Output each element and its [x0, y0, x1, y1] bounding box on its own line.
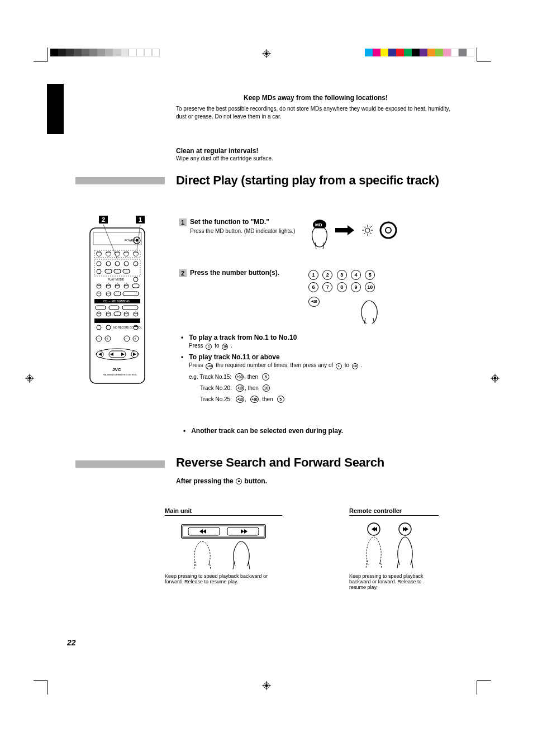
svg-rect-31 — [134, 253, 138, 253]
svg-text:CD → MD DUBBING: CD → MD DUBBING — [103, 299, 130, 303]
svg-rect-47 — [106, 285, 111, 286]
main-unit-label: Main unit — [165, 507, 282, 516]
svg-line-135 — [366, 560, 367, 568]
svg-text:+: + — [106, 337, 108, 341]
svg-marker-103 — [335, 225, 354, 235]
remote-body: Keep pressing to speed playback backward… — [349, 573, 439, 590]
svg-rect-63 — [122, 306, 138, 310]
svg-point-74 — [97, 325, 101, 330]
grayscale-bar — [50, 49, 160, 56]
bullet-2-sub: Press +10 the required number of times, … — [189, 362, 464, 370]
crop-mark — [477, 61, 491, 62]
number-buttons-row-2: 6 7 8 9 10 — [307, 281, 464, 293]
press-finger-icon — [354, 296, 388, 324]
svg-point-77 — [134, 325, 138, 330]
svg-point-20 — [136, 239, 139, 241]
callout-1: 1 — [136, 216, 145, 224]
svg-point-75 — [106, 325, 111, 330]
registration-mark-icon — [262, 681, 271, 690]
example-15: e.g. Track No.15: +10 , then 5 — [189, 373, 464, 381]
bullet-dot-icon: • — [181, 334, 183, 341]
svg-rect-65 — [97, 313, 101, 313]
note-text: Another track can be selected even durin… — [191, 427, 343, 435]
crop-mark — [47, 681, 48, 695]
num-1-icon: 1 — [308, 270, 318, 280]
step-1-number: 1 — [179, 218, 187, 226]
bullet-1-sub: Press 1 to 10 . — [189, 343, 464, 351]
svg-text:RM-SMXJ70 REMOTE CONTROL: RM-SMXJ70 REMOTE CONTROL — [103, 373, 137, 376]
svg-rect-51 — [124, 285, 129, 286]
svg-point-43 — [134, 277, 138, 282]
svg-point-33 — [97, 261, 101, 266]
svg-point-48 — [115, 284, 120, 288]
svg-point-46 — [106, 284, 111, 288]
bullet-dot-icon: • — [183, 427, 185, 435]
registration-mark-icon — [262, 49, 271, 58]
num-8-icon: 8 — [337, 282, 347, 292]
remote-label: Remote controller — [349, 507, 439, 516]
crop-mark — [477, 47, 477, 61]
svg-rect-58 — [123, 292, 139, 296]
svg-text:JVC: JVC — [112, 367, 121, 372]
svg-point-22 — [97, 251, 102, 256]
svg-point-55 — [106, 292, 111, 296]
svg-rect-68 — [114, 312, 121, 316]
svg-rect-61 — [96, 306, 106, 310]
keep-away-body: To preserve the best possible recordings… — [176, 105, 455, 120]
num-9-icon: 9 — [351, 282, 361, 292]
svg-point-28 — [124, 251, 129, 256]
main-unit-search-illustration — [165, 521, 282, 572]
bullet-2: To play track No.11 or above — [189, 353, 280, 361]
svg-point-24 — [106, 251, 111, 256]
svg-point-50 — [124, 284, 129, 288]
svg-point-66 — [106, 312, 111, 316]
svg-point-64 — [97, 312, 101, 316]
step-2-text: Press the number button(s). — [190, 269, 307, 277]
svg-rect-78 — [134, 326, 138, 327]
svg-point-35 — [115, 261, 120, 266]
svg-text:−: − — [125, 337, 127, 341]
svg-text:−: − — [97, 337, 99, 341]
bullet-dot-icon: • — [181, 353, 183, 361]
svg-point-38 — [97, 269, 101, 274]
svg-rect-67 — [106, 313, 111, 313]
svg-line-127 — [233, 562, 234, 569]
svg-rect-40 — [114, 269, 121, 273]
crop-mark — [47, 47, 48, 61]
crop-mark — [477, 680, 491, 681]
svg-line-137 — [397, 560, 398, 568]
crop-mark — [34, 680, 47, 681]
svg-line-125 — [194, 562, 195, 569]
svg-rect-39 — [105, 269, 112, 273]
md-button-press-illustration: MD — [307, 218, 402, 257]
svg-point-30 — [134, 251, 139, 256]
svg-rect-72 — [134, 313, 138, 313]
remote-controller-illustration: POWER PLAY MODE — [87, 225, 148, 387]
section-title-direct-play: Direct Play (starting play from a specif… — [176, 174, 439, 187]
num-3-icon: 3 — [337, 270, 347, 280]
crop-mark — [477, 681, 477, 695]
svg-point-44 — [97, 284, 101, 288]
svg-line-128 — [249, 562, 250, 569]
page-number: 22 — [67, 638, 76, 647]
svg-rect-56 — [106, 293, 111, 293]
svg-rect-62 — [109, 306, 119, 310]
num-2-icon: 2 — [322, 270, 332, 280]
step-1-text: Set the function to "MD." — [190, 218, 295, 226]
svg-line-112 — [370, 226, 372, 228]
svg-rect-73 — [94, 318, 140, 323]
svg-rect-25 — [106, 253, 111, 253]
num-5-icon: 5 — [365, 270, 375, 280]
svg-rect-29 — [124, 253, 129, 253]
svg-rect-45 — [97, 285, 101, 286]
svg-text:MD: MD — [315, 222, 322, 227]
svg-point-69 — [124, 312, 129, 316]
after-pressing-text: After pressing the button. — [176, 477, 464, 485]
svg-point-34 — [106, 261, 111, 266]
keep-away-title: Keep MDs away from the following locatio… — [176, 94, 455, 102]
svg-rect-41 — [123, 269, 130, 273]
callout-2: 2 — [99, 216, 108, 224]
stop-icon — [236, 478, 242, 484]
crop-mark — [34, 61, 47, 62]
section-title-reverse: Reverse Search and Forward Search — [176, 456, 384, 469]
